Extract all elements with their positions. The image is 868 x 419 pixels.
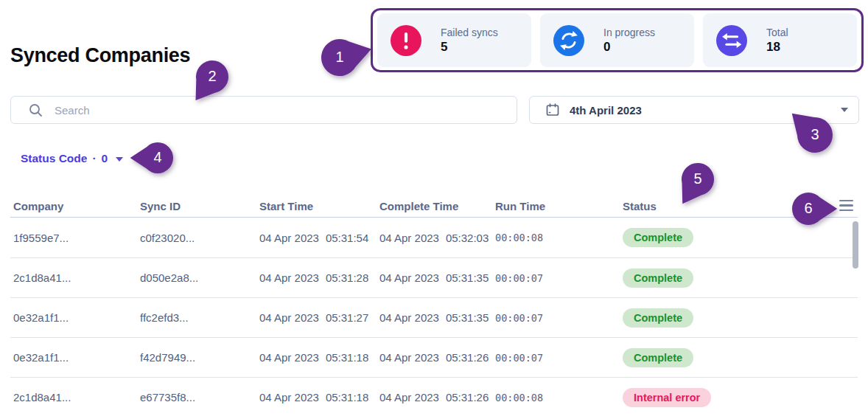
annotation-pin-4: 4 [113, 114, 202, 202]
cell-status: Complete [623, 228, 858, 247]
filter-separator: · [92, 152, 96, 165]
table-row[interactable]: 0e32a1f1...ffc2efd3...04 Apr 202305:31:2… [10, 297, 858, 337]
cell-run-time: 00:00:07 [495, 352, 623, 364]
cell-company: 2c1d8a41... [13, 271, 140, 284]
annotation-number: 1 [335, 49, 343, 66]
cell-company: 2c1d8a41... [13, 391, 140, 404]
stat-card-failed-syncs: Failed syncs 5 [377, 13, 531, 67]
chevron-down-icon [841, 108, 848, 112]
sync-icon [553, 25, 584, 56]
cell-run-time: 00:00:07 [495, 312, 623, 324]
cell-company: 1f9559e7... [13, 232, 140, 244]
cell-start-time: 04 Apr 202305:31:18 [259, 351, 379, 364]
cell-company: 0e32a1f1... [13, 311, 140, 324]
cell-start-time: 04 Apr 202305:31:28 [259, 271, 379, 284]
annotation-number: 5 [693, 170, 701, 187]
cell-sync-id: ffc2efd3... [140, 311, 259, 324]
column-header-sync-id: Sync ID [140, 200, 259, 212]
cell-status: Internal error [623, 388, 858, 407]
search-input[interactable] [53, 103, 508, 117]
synced-companies-page: Synced Companies Failed syncs 5 [0, 0, 868, 419]
table-row[interactable]: 2c1d8a41...e67735f8...04 Apr 202305:31:1… [10, 377, 858, 417]
cell-sync-id: e67735f8... [140, 391, 259, 404]
column-header-status: Status [623, 200, 858, 212]
stat-card-total: Total 18 [703, 13, 857, 67]
search-icon [29, 103, 43, 117]
cell-run-time: 00:00:08 [495, 232, 623, 243]
status-code-filter[interactable]: Status Code · 0 [21, 152, 123, 165]
cell-run-time: 00:00:08 [495, 392, 623, 404]
cell-sync-id: f42d7949... [140, 351, 259, 364]
column-header-run-time: Run Time [495, 200, 623, 212]
cell-complete-time: 04 Apr 202305:31:26 [379, 391, 495, 404]
cell-status: Complete [623, 308, 858, 328]
cell-status: Complete [623, 269, 858, 288]
calendar-icon [546, 103, 559, 117]
column-header-company: Company [13, 200, 140, 212]
cell-sync-id: c0f23020... [140, 232, 259, 244]
date-picker-value: 4th April 2023 [570, 104, 830, 117]
table-body: 1f9559e7...c0f23020...04 Apr 202305:31:5… [10, 218, 858, 417]
stat-value: 5 [441, 40, 498, 55]
table-scrollbar-thumb[interactable] [853, 221, 858, 269]
status-badge: Internal error [623, 388, 711, 407]
status-badge: Complete [623, 269, 693, 288]
search-box[interactable] [10, 96, 517, 124]
column-header-complete-time: Complete Time [379, 200, 495, 212]
table-menu-icon[interactable] [839, 199, 853, 212]
cell-complete-time: 04 Apr 202305:31:35 [379, 271, 495, 284]
alert-icon [391, 25, 421, 56]
cell-complete-time: 04 Apr 202305:31:26 [379, 351, 495, 364]
stats-panel: Failed syncs 5 In progress 0 [371, 8, 864, 72]
cell-run-time: 00:00:07 [495, 272, 623, 284]
page-title: Synced Companies [10, 44, 190, 67]
status-badge: Complete [623, 308, 693, 328]
cell-company: 0e32a1f1... [13, 351, 140, 364]
column-header-start-time: Start Time [259, 200, 379, 212]
stat-value: 0 [603, 40, 655, 55]
status-badge: Complete [623, 348, 693, 367]
stat-value: 18 [766, 40, 788, 55]
cell-status: Complete [623, 348, 858, 367]
stat-card-in-progress: In progress 0 [540, 13, 694, 67]
filter-label: Status Code [21, 152, 87, 165]
cell-start-time: 04 Apr 202305:31:27 [259, 311, 379, 324]
cell-sync-id: d050e2a8... [140, 271, 259, 284]
filter-count: 0 [102, 152, 108, 165]
cell-start-time: 04 Apr 202305:31:54 [259, 232, 379, 244]
synced-companies-table: Company Sync ID Start Time Complete Time… [10, 195, 858, 417]
chevron-down-icon [116, 157, 123, 162]
annotation-number: 3 [811, 126, 819, 143]
date-picker[interactable]: 4th April 2023 [529, 96, 859, 124]
cell-start-time: 04 Apr 202305:31:18 [259, 391, 379, 404]
annotation-number: 4 [153, 149, 161, 166]
cell-complete-time: 04 Apr 202305:32:03 [379, 232, 495, 244]
stat-label: In progress [603, 27, 655, 38]
stat-label: Failed syncs [441, 27, 498, 38]
transfer-icon [716, 25, 747, 56]
table-row[interactable]: 2c1d8a41...d050e2a8...04 Apr 202305:31:2… [10, 257, 858, 297]
status-badge: Complete [623, 228, 693, 247]
annotation-number: 2 [208, 68, 216, 85]
stat-label: Total [766, 27, 788, 38]
cell-complete-time: 04 Apr 202305:31:35 [379, 311, 495, 324]
table-row[interactable]: 0e32a1f1...f42d7949...04 Apr 202305:31:1… [10, 337, 858, 377]
table-header: Company Sync ID Start Time Complete Time… [10, 195, 858, 218]
table-row[interactable]: 1f9559e7...c0f23020...04 Apr 202305:31:5… [10, 218, 858, 257]
